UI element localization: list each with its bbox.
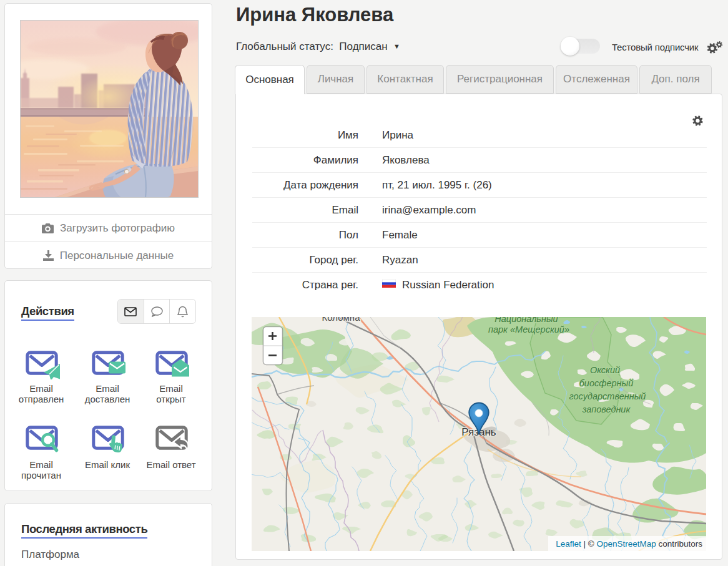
svg-text:Окский: Окский [590,365,620,375]
svg-text:парк «Мещерский»: парк «Мещерский» [488,324,569,334]
svg-text:Коломна: Коломна [322,317,361,323]
svg-text:государственный: государственный [569,391,646,401]
svg-text:Национальный: Национальный [494,317,558,324]
svg-text:заповедник: заповедник [582,404,631,414]
svg-text:биосферный: биосферный [579,378,634,388]
svg-text:Leaflet | © OpenStreetMap cont: Leaflet | © OpenStreetMap contributors [556,539,702,549]
